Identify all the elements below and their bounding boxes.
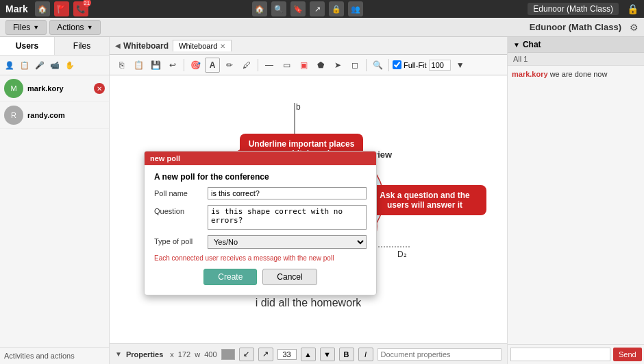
tool-save[interactable]: 💾 <box>148 58 163 73</box>
toolbar-divider-2 <box>258 59 258 71</box>
poll-type-select[interactable]: Yes/No Multiple Choice Open Answer <box>208 235 367 249</box>
tool-pen[interactable]: ✏ <box>222 58 237 73</box>
left-sidebar: Users Files 👤 📋 🎤 📹 ✋ M mark.kory ✕ R ra… <box>0 37 110 364</box>
nav-users[interactable]: 👥 <box>348 1 363 16</box>
prop-btn-down[interactable]: ▼ <box>320 348 335 361</box>
tool-arrow[interactable]: ➤ <box>330 58 345 73</box>
home-icon-btn[interactable]: 🏠 <box>35 1 50 16</box>
user-info-mark: mark.kory <box>27 84 90 93</box>
prop-x-value: 172 <box>178 350 190 359</box>
poll-question-row: Question is this shape correct with no e… <box>154 205 367 230</box>
color-swatch[interactable] <box>221 349 235 360</box>
tool-btn-2[interactable]: 📋 <box>18 58 32 72</box>
user-item-mark: M mark.kory ✕ <box>0 75 109 102</box>
tab-users[interactable]: Users <box>0 37 55 55</box>
prop-arrow[interactable]: ▼ <box>115 350 122 358</box>
files-menu[interactable]: Files ▼ <box>5 20 47 35</box>
prop-w-value: 400 <box>204 350 216 359</box>
chat-filter: All 1 <box>508 53 644 66</box>
center-area: ◀ Whiteboard Whiteboard ✕ ⎘ 📋 💾 ↩ 🎯 A ✏ … <box>110 37 507 364</box>
prop-bold-btn[interactable]: B <box>339 348 354 361</box>
poll-dialog-titlebar: new poll <box>145 151 376 165</box>
tool-target[interactable]: 🎯 <box>188 58 203 73</box>
poll-dialog-body: A new poll for the conference Poll name … <box>145 165 376 295</box>
phone-icon-btn[interactable]: 📞 21 <box>73 1 88 16</box>
tool-copy[interactable]: ⎘ <box>114 58 129 73</box>
fullfit-checkbox[interactable] <box>393 60 401 69</box>
chat-message-1: mark.kory we are done now <box>512 70 640 78</box>
flag-icon-btn[interactable]: 🚩 <box>54 1 69 16</box>
wb-arrow[interactable]: ◀ <box>115 42 121 49</box>
files-arrow: ▼ <box>33 24 39 31</box>
chat-messages: mark.kory we are done now <box>508 66 644 344</box>
nav-lock[interactable]: 🔒 <box>329 1 344 16</box>
fullfit-label: Full-Fit <box>393 60 427 69</box>
nav-search[interactable]: 🔍 <box>271 1 286 16</box>
chat-input[interactable] <box>510 348 610 361</box>
tool-text[interactable]: A <box>205 58 220 73</box>
chat-msg-user-1: mark.kory <box>512 70 548 78</box>
tool-undo[interactable]: ↩ <box>165 58 180 73</box>
prop-italic-btn[interactable]: I <box>358 348 373 361</box>
chat-send-btn[interactable]: Send <box>613 348 642 361</box>
poll-note: Each connected user receives a message w… <box>154 254 367 262</box>
phone-badge: 21 <box>83 0 91 7</box>
poll-name-label: Poll name <box>154 187 202 197</box>
lock-status-icon: 🔒 <box>627 3 639 14</box>
prop-btn-2[interactable]: ↗ <box>258 348 273 361</box>
tool-fill[interactable]: ▣ <box>296 58 311 73</box>
poll-name-input[interactable] <box>208 187 367 199</box>
properties-bar: ▼ Properties x 172 w 400 ↙ ↗ ▲ ▼ B I <box>110 343 507 364</box>
prop-x-label: x <box>170 350 174 359</box>
wb-content[interactable]: a b -b C F₂ e·PD₂ D₁ D₂ P 0<r<1 ick rev <box>110 75 507 343</box>
chat-arrow: ▼ <box>513 41 520 49</box>
tool-btn-1[interactable]: 👤 <box>3 58 16 72</box>
nav-bookmark[interactable]: 🔖 <box>290 1 306 16</box>
svg-text:D₂: D₂ <box>397 250 407 259</box>
tool-eraser[interactable]: ◻ <box>347 58 362 73</box>
avatar-randy: R <box>4 106 23 125</box>
prop-doc-input[interactable] <box>377 348 502 361</box>
poll-question-input[interactable]: is this shape correct with no errors? <box>208 205 367 230</box>
tool-shape[interactable]: ⬟ <box>313 58 328 73</box>
zoom-input[interactable] <box>429 60 451 71</box>
poll-type-row: Type of poll Yes/No Multiple Choice Open… <box>154 235 367 249</box>
wb-tab-label: Whiteboard <box>179 42 217 50</box>
class-label: Edunoor (Math Class) <box>528 3 619 15</box>
poll-dialog: new poll A new poll for the conference P… <box>144 151 377 295</box>
tool-highlight[interactable]: 🖊 <box>239 58 254 73</box>
chat-input-area: Send <box>508 344 644 364</box>
tool-line[interactable]: — <box>262 58 277 73</box>
tooltip-question: Ask a question and the users will answer… <box>363 185 486 215</box>
tool-zoom-in[interactable]: 🔍 <box>370 58 385 73</box>
tab-files[interactable]: Files <box>55 37 109 55</box>
username-mark: mark.kory <box>27 84 90 93</box>
tool-btn-3[interactable]: 🎤 <box>33 58 47 72</box>
prop-w-label: w <box>195 350 200 359</box>
wb-tab-close[interactable]: ✕ <box>220 43 225 50</box>
tool-btn-5[interactable]: ✋ <box>63 58 77 72</box>
toolbar-divider-1 <box>184 59 184 71</box>
prop-number-input[interactable] <box>277 349 297 360</box>
wb-tab[interactable]: Whiteboard ✕ <box>173 40 232 51</box>
nav-share[interactable]: ↗ <box>310 1 325 16</box>
username-randy: randy.com <box>27 111 105 119</box>
create-poll-btn[interactable]: Create <box>203 269 257 285</box>
prop-btn-1[interactable]: ↙ <box>239 348 254 361</box>
tool-btn-4[interactable]: 📹 <box>48 58 62 72</box>
actions-arrow: ▼ <box>87 24 93 31</box>
nav-home[interactable]: 🏠 <box>252 1 267 16</box>
tool-rect[interactable]: ▭ <box>279 58 294 73</box>
activities-label: Activities and actions <box>4 352 75 360</box>
cancel-poll-btn[interactable]: Cancel <box>262 269 317 285</box>
wb-header: ◀ Whiteboard Whiteboard ✕ <box>110 37 507 55</box>
zoom-dropdown[interactable]: ▼ <box>453 58 468 73</box>
prop-btn-up[interactable]: ▲ <box>301 348 316 361</box>
close-user-mark[interactable]: ✕ <box>94 83 105 94</box>
toolbar-divider-4 <box>388 59 389 71</box>
app-logo: Mark <box>5 3 28 14</box>
tool-paste[interactable]: 📋 <box>131 58 146 73</box>
settings-icon[interactable]: ⚙ <box>630 22 639 33</box>
actions-menu[interactable]: Actions ▼ <box>49 20 100 35</box>
right-sidebar: ▼ Chat All 1 mark.kory we are done now S… <box>507 37 644 364</box>
